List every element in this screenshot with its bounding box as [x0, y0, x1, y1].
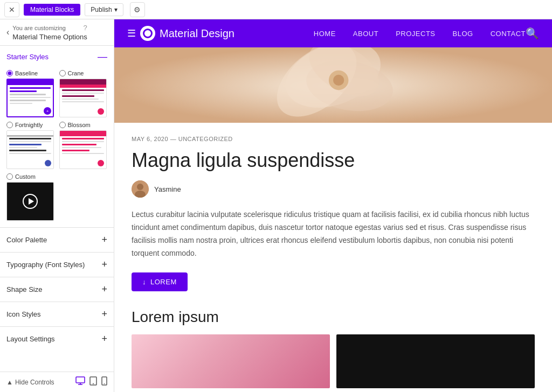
- typography-expand-icon: +: [101, 259, 107, 270]
- custom-preview[interactable]: [6, 182, 54, 221]
- typography-section[interactable]: Typography (Font Styles) +: [0, 252, 114, 277]
- shape-size-expand-icon: +: [101, 284, 107, 295]
- post-meta: MAY 6, 2020 — UNCATEGORIZED: [132, 136, 535, 142]
- site-nav: ☰ Material Design HOME ABOUT PROJECTS BL…: [114, 19, 552, 47]
- collapsible-sections: Color Palette + Typography (Font Styles)…: [0, 227, 114, 351]
- crane-label: Crane: [68, 70, 84, 76]
- color-palette-expand-icon: +: [101, 234, 107, 246]
- icon-styles-label: Icon Styles: [6, 310, 41, 318]
- nav-link-home[interactable]: HOME: [314, 30, 336, 38]
- publish-button[interactable]: Publish ▾: [85, 3, 123, 16]
- search-icon[interactable]: 🔍: [526, 27, 539, 40]
- image-grid: [132, 334, 535, 392]
- hero-image: [114, 47, 552, 123]
- nav-link-contact[interactable]: CONTACT: [491, 30, 526, 38]
- nav-link-blog[interactable]: BLOG: [453, 30, 473, 38]
- svg-point-17: [137, 184, 143, 190]
- close-button[interactable]: ✕: [4, 2, 19, 17]
- lorem-button-icon: ↓: [142, 278, 146, 286]
- styles-grid: Baseline +: [0, 68, 114, 227]
- baseline-radio[interactable]: [6, 70, 13, 76]
- gear-button[interactable]: ⚙: [130, 2, 145, 17]
- info-icon[interactable]: ?: [84, 24, 87, 32]
- site-logo: [140, 26, 155, 41]
- typography-label: Typography (Font Styles): [6, 261, 85, 269]
- blossom-preview[interactable]: [59, 130, 107, 169]
- minimize-icon[interactable]: —: [98, 51, 107, 62]
- site-nav-links: HOME ABOUT PROJECTS BLOG CONTACT: [314, 30, 526, 38]
- style-option-blossom: Blossom: [59, 122, 108, 169]
- site-title: Material Design: [160, 27, 314, 40]
- back-arrow-icon[interactable]: ‹: [6, 27, 9, 37]
- menu-icon[interactable]: ☰: [127, 27, 136, 39]
- custom-label: Custom: [15, 173, 36, 180]
- blossom-radio[interactable]: [59, 122, 66, 128]
- top-bar: ✕ Material Blocks Publish ▾ ⚙: [0, 0, 552, 19]
- starter-styles-title: Starter Styles: [6, 53, 49, 61]
- starter-styles-section-header: Starter Styles —: [0, 46, 114, 68]
- nav-link-about[interactable]: ABOUT: [353, 30, 378, 38]
- style-option-custom: Custom: [6, 173, 55, 221]
- hide-controls-button[interactable]: ▲ Hide Controls: [6, 379, 54, 386]
- icon-styles-expand-icon: +: [101, 309, 107, 320]
- customizing-label: You are customizing: [12, 25, 66, 31]
- hide-controls-label: Hide Controls: [15, 379, 54, 386]
- author-name: Yasmine: [154, 185, 181, 193]
- shape-size-section[interactable]: Shape Size +: [0, 277, 114, 302]
- style-option-fortnightly: Fortnightly: [6, 122, 55, 169]
- theme-options-title: Material Theme Options: [12, 33, 87, 41]
- dark-image: [336, 334, 535, 388]
- svg-point-8: [104, 383, 105, 384]
- desktop-icon[interactable]: [75, 376, 85, 388]
- hero-flower-image: [114, 47, 552, 123]
- content-area: MAY 6, 2020 — UNCATEGORIZED Magna ligula…: [114, 47, 552, 392]
- crane-preview[interactable]: [59, 79, 107, 117]
- color-palette-section[interactable]: Color Palette +: [0, 227, 114, 252]
- author-avatar: [132, 180, 149, 198]
- sidebar-header: ‹ You are customizing ? Material Theme O…: [0, 19, 114, 46]
- layout-settings-expand-icon: +: [101, 333, 107, 345]
- baseline-preview[interactable]: +: [6, 79, 54, 117]
- svg-point-15: [333, 75, 344, 86]
- layout-settings-label: Layout Settings: [6, 335, 55, 343]
- fortnightly-radio[interactable]: [6, 122, 13, 128]
- crane-radio[interactable]: [59, 70, 66, 76]
- lorem-button-label: LOREM: [150, 278, 177, 286]
- section-heading: Lorem ipsum: [132, 309, 535, 326]
- cherry-blossom-image: [132, 334, 330, 388]
- fortnightly-label: Fortnightly: [15, 122, 43, 128]
- chevron-down-icon: ▾: [114, 6, 118, 13]
- shape-size-label: Shape Size: [6, 285, 43, 293]
- svg-marker-1: [29, 198, 34, 205]
- layout-settings-section[interactable]: Layout Settings +: [0, 326, 114, 351]
- preview-area: ☰ Material Design HOME ABOUT PROJECTS BL…: [114, 19, 552, 392]
- device-icons: [75, 376, 107, 388]
- post-body: Lectus curabitur lacinia vulputate scele…: [132, 208, 535, 260]
- author-row: Yasmine: [132, 180, 535, 198]
- material-blocks-button[interactable]: Material Blocks: [24, 4, 80, 16]
- svg-rect-2: [76, 377, 85, 383]
- post-title: Magna ligula suspendisse: [132, 149, 535, 172]
- sidebar-footer: ▲ Hide Controls: [0, 372, 114, 392]
- fortnightly-preview[interactable]: [6, 130, 54, 169]
- color-palette-label: Color Palette: [6, 236, 47, 244]
- sidebar-content: Starter Styles — Baseline: [0, 46, 114, 372]
- style-option-baseline: Baseline +: [6, 70, 55, 117]
- main-area: ‹ You are customizing ? Material Theme O…: [0, 19, 552, 392]
- style-option-crane: Crane: [59, 70, 108, 117]
- post-content: MAY 6, 2020 — UNCATEGORIZED Magna ligula…: [114, 123, 552, 392]
- custom-radio[interactable]: [6, 173, 13, 180]
- blossom-label: Blossom: [68, 122, 91, 128]
- nav-link-projects[interactable]: PROJECTS: [396, 30, 435, 38]
- sidebar-back: ‹ You are customizing ? Material Theme O…: [6, 24, 107, 41]
- lorem-button[interactable]: ↓ LOREM: [132, 272, 188, 291]
- custom-icon: [22, 193, 38, 209]
- svg-point-6: [93, 383, 94, 384]
- mobile-icon[interactable]: [101, 376, 107, 388]
- baseline-label: Baseline: [15, 70, 38, 76]
- hide-controls-icon: ▲: [6, 379, 13, 386]
- sidebar: ‹ You are customizing ? Material Theme O…: [0, 19, 114, 392]
- tablet-icon[interactable]: [89, 376, 97, 388]
- icon-styles-section[interactable]: Icon Styles +: [0, 302, 114, 326]
